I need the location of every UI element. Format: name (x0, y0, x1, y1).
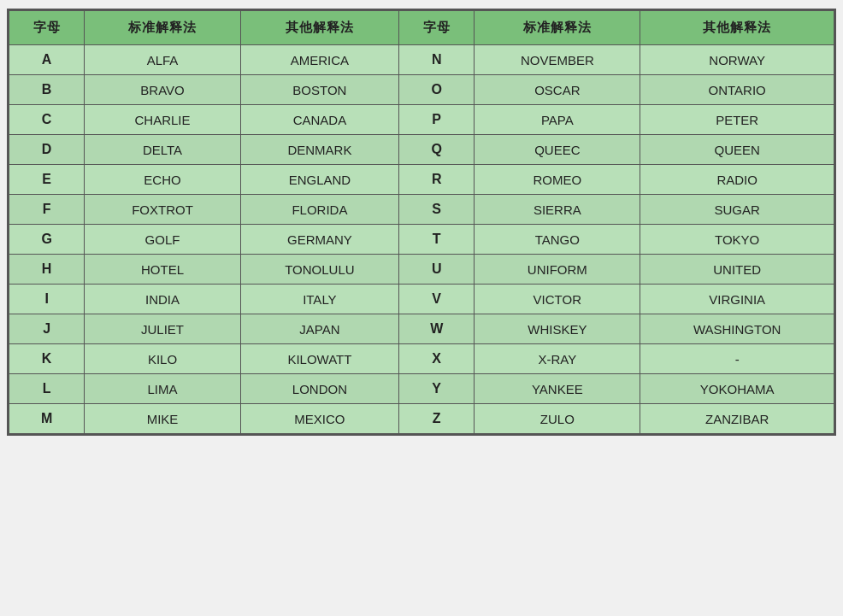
letter-cell: C (9, 105, 85, 135)
table-row: MMIKEMEXICOZZULOZANZIBAR (9, 404, 834, 434)
letter-cell: K (9, 344, 85, 374)
standard-interpretation-cell: MIKE (85, 404, 240, 434)
other-interpretation-cell: KILOWATT (240, 344, 398, 374)
letter-cell: L (9, 374, 85, 404)
table-row: KKILOKILOWATTXX-RAY- (9, 344, 834, 374)
letter-cell: W (399, 314, 475, 344)
other-interpretation-cell: AMERICA (240, 45, 398, 75)
standard-interpretation-cell: TANGO (475, 225, 640, 255)
standard-interpretation-cell: WHISKEY (475, 314, 640, 344)
standard-interpretation-cell: UNIFORM (475, 255, 640, 285)
table-body: AALFAAMERICANNOVEMBERNORWAYBBRAVOBOSTONO… (9, 45, 834, 434)
standard-interpretation-cell: ALFA (85, 45, 240, 75)
other-interpretation-cell: - (640, 344, 834, 374)
letter-cell: M (9, 404, 85, 434)
other-interpretation-cell: WASHINGTON (640, 314, 834, 344)
column-header: 标准解释法 (85, 11, 240, 45)
letter-cell: U (399, 255, 475, 285)
table-row: DDELTADENMARKQQUEECQUEEN (9, 135, 834, 165)
letter-cell: S (399, 195, 475, 225)
letter-cell: V (399, 285, 475, 314)
other-interpretation-cell: PETER (640, 105, 834, 135)
letter-cell: Y (399, 374, 475, 404)
letter-cell: D (9, 135, 85, 165)
standard-interpretation-cell: ROMEO (475, 165, 640, 195)
standard-interpretation-cell: HOTEL (85, 255, 240, 285)
standard-interpretation-cell: JULIET (85, 314, 240, 344)
standard-interpretation-cell: SIERRA (475, 195, 640, 225)
other-interpretation-cell: ONTARIO (640, 75, 834, 105)
letter-cell: J (9, 314, 85, 344)
standard-interpretation-cell: KILO (85, 344, 240, 374)
standard-interpretation-cell: CHARLIE (85, 105, 240, 135)
letter-cell: R (399, 165, 475, 195)
table-row: AALFAAMERICANNOVEMBERNORWAY (9, 45, 834, 75)
letter-cell: G (9, 225, 85, 255)
other-interpretation-cell: GERMANY (240, 225, 398, 255)
letter-cell: X (399, 344, 475, 374)
other-interpretation-cell: ZANZIBAR (640, 404, 834, 434)
letter-cell: Z (399, 404, 475, 434)
letter-cell: Q (399, 135, 475, 165)
other-interpretation-cell: ITALY (240, 285, 398, 314)
other-interpretation-cell: ENGLAND (240, 165, 398, 195)
standard-interpretation-cell: ECHO (85, 165, 240, 195)
standard-interpretation-cell: INDIA (85, 285, 240, 314)
letter-cell: P (399, 105, 475, 135)
standard-interpretation-cell: ZULO (475, 404, 640, 434)
other-interpretation-cell: YOKOHAMA (640, 374, 834, 404)
standard-interpretation-cell: QUEEC (475, 135, 640, 165)
other-interpretation-cell: QUEEN (640, 135, 834, 165)
column-header: 其他解释法 (240, 11, 398, 45)
other-interpretation-cell: MEXICO (240, 404, 398, 434)
letter-cell: I (9, 285, 85, 314)
other-interpretation-cell: TOKYO (640, 225, 834, 255)
table-row: LLIMALONDONYYANKEEYOKOHAMA (9, 374, 834, 404)
other-interpretation-cell: NORWAY (640, 45, 834, 75)
table-row: GGOLFGERMANYTTANGOTOKYO (9, 225, 834, 255)
standard-interpretation-cell: BRAVO (85, 75, 240, 105)
other-interpretation-cell: BOSTON (240, 75, 398, 105)
table-row: EECHOENGLANDRROMEORADIO (9, 165, 834, 195)
table-row: JJULIETJAPANWWHISKEYWASHINGTON (9, 314, 834, 344)
other-interpretation-cell: SUGAR (640, 195, 834, 225)
table-row: IINDIAITALYVVICTORVIRGINIA (9, 285, 834, 314)
table-row: FFOXTROTFLORIDASSIERRASUGAR (9, 195, 834, 225)
standard-interpretation-cell: DELTA (85, 135, 240, 165)
standard-interpretation-cell: FOXTROT (85, 195, 240, 225)
other-interpretation-cell: CANADA (240, 105, 398, 135)
letter-cell: F (9, 195, 85, 225)
other-interpretation-cell: VIRGINIA (640, 285, 834, 314)
standard-interpretation-cell: OSCAR (475, 75, 640, 105)
column-header: 标准解释法 (475, 11, 640, 45)
standard-interpretation-cell: NOVEMBER (475, 45, 640, 75)
other-interpretation-cell: TONOLULU (240, 255, 398, 285)
table-row: CCHARLIECANADAPPAPAPETER (9, 105, 834, 135)
column-header: 字母 (399, 11, 475, 45)
table-header: 字母标准解释法其他解释法字母标准解释法其他解释法 (9, 11, 834, 45)
letter-cell: O (399, 75, 475, 105)
table-row: BBRAVOBOSTONOOSCARONTARIO (9, 75, 834, 105)
column-header: 字母 (9, 11, 85, 45)
letter-cell: N (399, 45, 475, 75)
standard-interpretation-cell: YANKEE (475, 374, 640, 404)
other-interpretation-cell: RADIO (640, 165, 834, 195)
standard-interpretation-cell: VICTOR (475, 285, 640, 314)
phonetic-alphabet-table: 字母标准解释法其他解释法字母标准解释法其他解释法 AALFAAMERICANNO… (7, 9, 836, 436)
table-row: HHOTELTONOLULUUUNIFORMUNITED (9, 255, 834, 285)
standard-interpretation-cell: LIMA (85, 374, 240, 404)
column-header: 其他解释法 (640, 11, 834, 45)
standard-interpretation-cell: GOLF (85, 225, 240, 255)
letter-cell: E (9, 165, 85, 195)
other-interpretation-cell: FLORIDA (240, 195, 398, 225)
letter-cell: T (399, 225, 475, 255)
standard-interpretation-cell: PAPA (475, 105, 640, 135)
other-interpretation-cell: LONDON (240, 374, 398, 404)
other-interpretation-cell: UNITED (640, 255, 834, 285)
letter-cell: B (9, 75, 85, 105)
other-interpretation-cell: JAPAN (240, 314, 398, 344)
letter-cell: H (9, 255, 85, 285)
standard-interpretation-cell: X-RAY (475, 344, 640, 374)
letter-cell: A (9, 45, 85, 75)
other-interpretation-cell: DENMARK (240, 135, 398, 165)
